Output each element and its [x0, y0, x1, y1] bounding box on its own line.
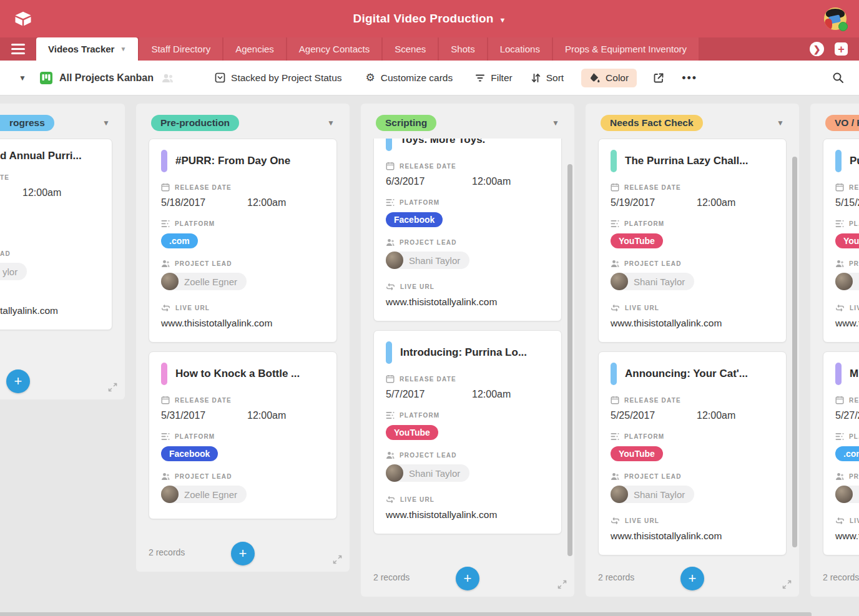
record-card[interactable]: The Purrina Lazy Chall...RELEASE DATE5/1… — [598, 139, 787, 343]
column-scrollbar[interactable] — [792, 157, 797, 547]
date-value: 6/3/2017 — [386, 176, 472, 187]
platform-pill: .com — [835, 446, 859, 461]
field-label-text: LIVE URL — [625, 305, 659, 311]
calendar-icon — [835, 396, 844, 404]
lead-avatar — [161, 486, 179, 503]
column-scrollbar[interactable] — [567, 164, 572, 556]
time-value: 12:00am — [697, 410, 735, 421]
field-label: PLATFORM — [835, 219, 859, 228]
tabs-scroll-right-icon[interactable]: ❯ — [810, 42, 824, 56]
record-card[interactable]: #PURR: From Day OneRELEASE DATE5/18/2017… — [149, 139, 337, 343]
expand-column-icon[interactable] — [108, 383, 117, 392]
date-value: 5/27/2017 — [835, 410, 859, 421]
record-card[interactable]: Introducing: Purrina Lo...RELEASE DATE5/… — [373, 330, 562, 534]
link-icon — [386, 283, 395, 291]
column-status-badge: VO / H — [825, 115, 859, 131]
add-record-button[interactable]: + — [456, 567, 479, 590]
column-footer: 2 records+ — [361, 560, 574, 597]
add-record-button[interactable]: + — [6, 369, 30, 393]
share-view-icon[interactable] — [653, 72, 664, 84]
column-menu-caret-icon[interactable]: ▼ — [552, 119, 559, 127]
top-bar: Digital Video Production ▼ — [0, 0, 859, 37]
user-avatar[interactable] — [824, 7, 847, 30]
release-date-value: 6/3/201712:00am — [386, 176, 549, 187]
add-table-icon[interactable]: + — [835, 42, 848, 56]
search-icon[interactable] — [832, 72, 844, 84]
view-name[interactable]: All Projects Kanban — [59, 72, 154, 84]
expand-column-icon[interactable] — [557, 580, 567, 589]
calendar-icon — [611, 396, 619, 404]
record-card[interactable]: How to Knock a Bottle ...RELEASE DATE5/3… — [149, 351, 337, 519]
platform-pill: YouTube — [611, 446, 663, 461]
lead-avatar — [611, 486, 628, 503]
card-title: The Purrina Lazy Chall... — [625, 155, 748, 167]
column-menu-caret-icon[interactable]: ▼ — [777, 119, 784, 127]
column-menu-caret-icon[interactable]: ▼ — [327, 119, 335, 127]
card-color-bar — [386, 341, 392, 364]
field-label-text: PLATFORM — [624, 433, 664, 440]
tab-agencies[interactable]: Agencies — [223, 37, 286, 61]
column-cards: #PURR: From Day OneRELEASE DATE5/18/2017… — [136, 139, 350, 535]
lead-avatar — [161, 273, 179, 290]
base-title-wrap[interactable]: Digital Video Production ▼ — [0, 0, 859, 37]
tab-videos-tracker[interactable]: Videos Tracker▼ — [36, 37, 138, 61]
sort-label: Sort — [546, 72, 564, 84]
project-lead-chip — [835, 486, 859, 503]
column-menu-caret-icon[interactable]: ▼ — [102, 119, 110, 127]
column-cards: d Annual Purri...TE12:00am ADylortallyal… — [0, 139, 125, 363]
field-label-text: PLATFORM — [400, 412, 439, 419]
expand-column-icon[interactable] — [782, 580, 792, 589]
record-card[interactable]: d Annual Purri...TE12:00am ADylortallyal… — [0, 139, 112, 330]
tab-agency-contacts[interactable]: Agency Contacts — [287, 37, 381, 61]
calendar-icon — [161, 396, 170, 404]
horizontal-scrollbar[interactable] — [0, 612, 812, 616]
sort-button[interactable]: Sort — [531, 72, 564, 84]
record-card[interactable]: Announcing: Your Cat'...RELEASE DATE5/25… — [598, 351, 787, 555]
field-label: RELEASE DATE — [611, 183, 774, 192]
field-label-text: PROJECT LEAD — [400, 239, 457, 246]
card-title: Pu — [850, 155, 859, 167]
record-card[interactable]: MRELEASE DATE5/27/2017PLATFORM.comPROJEC… — [823, 351, 859, 555]
add-record-button[interactable]: + — [680, 567, 704, 590]
card-color-bar — [386, 139, 392, 151]
tab-shots[interactable]: Shots — [439, 37, 486, 61]
record-card[interactable]: PuRELEASE DATE5/15/2017PLATFORMYouTubePR… — [823, 139, 859, 343]
tab-label: Shots — [451, 44, 474, 54]
time-value: 12:00am — [22, 187, 61, 198]
date-value: 5/15/2017 — [835, 197, 859, 208]
field-label-text: PROJECT LEAD — [624, 473, 682, 480]
field-label: PROJECT LEAD — [161, 472, 325, 481]
field-label: LIVE URL — [611, 516, 774, 525]
tab-scenes[interactable]: Scenes — [383, 37, 438, 61]
calendar-icon — [835, 183, 844, 192]
kanban-column: Needs Fact Check▼The Purrina Lazy Chall.… — [586, 104, 799, 597]
link-icon — [161, 304, 170, 312]
tab-props-equipment-inventory[interactable]: Props & Equipment Inventory — [553, 37, 699, 61]
expand-column-icon[interactable] — [333, 555, 342, 564]
calendar-icon — [386, 374, 395, 383]
field-label-text: RELEASE DATE — [400, 376, 456, 383]
card-title: Announcing: Your Cat'... — [625, 368, 748, 380]
column-status-badge: Pre-production — [151, 115, 239, 131]
card-color-bar — [161, 150, 167, 172]
person-icon — [835, 260, 844, 268]
card-title-row: Toys. More Toys. — [386, 139, 549, 151]
stacked-by-button[interactable]: Stacked by Project Status — [215, 72, 341, 84]
kanban-column: VO / H▼PuRELEASE DATE5/15/2017PLATFORMYo… — [810, 104, 859, 597]
platform-pill: YouTube — [386, 425, 438, 440]
customize-cards-button[interactable]: ⚙ Customize cards — [366, 72, 453, 84]
more-options-icon[interactable]: ••• — [682, 75, 697, 81]
menu-icon[interactable] — [0, 37, 36, 61]
lead-avatar — [835, 273, 853, 290]
color-button[interactable]: Color — [581, 69, 637, 87]
tab-staff-directory[interactable]: Staff Directory — [139, 37, 222, 61]
add-record-button[interactable]: + — [231, 542, 255, 565]
time-value: 12:00am — [697, 197, 735, 208]
platform-pill: YouTube — [611, 233, 663, 248]
view-sidebar-caret-icon[interactable]: ▼ — [19, 74, 26, 82]
record-card[interactable]: Toys. More Toys.RELEASE DATE6/3/201712:0… — [373, 139, 562, 321]
filter-button[interactable]: Filter — [475, 72, 512, 84]
column-header: Scripting — [361, 104, 574, 139]
tab-locations[interactable]: Locations — [488, 37, 552, 61]
live-url-value: www.thisistotallyalink.com — [386, 296, 549, 308]
